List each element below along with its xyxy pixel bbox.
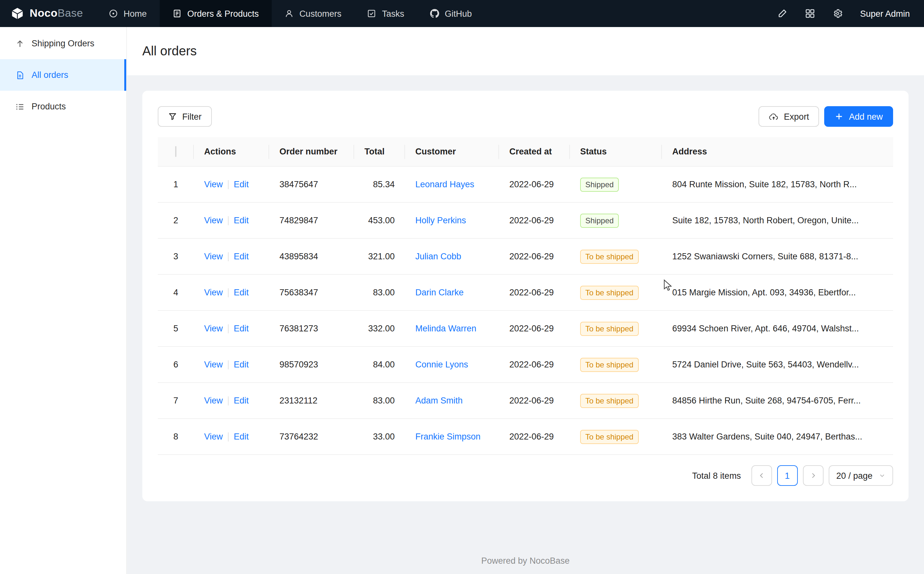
next-page-button[interactable] [802, 465, 823, 486]
page-size-select[interactable]: 20 / page [828, 465, 893, 486]
address-cell: 383 Walter Gardens, Suite 040, 24947, Be… [662, 419, 893, 455]
orders-card: Filter Export [142, 91, 908, 501]
col-header-order-number: Order number [269, 137, 354, 167]
status-cell: Shipped [570, 167, 662, 203]
row-actions: ViewEdit [194, 275, 269, 311]
customer-link[interactable]: Darin Clarke [415, 288, 464, 297]
prev-page-button[interactable] [751, 465, 772, 486]
customer-link[interactable]: Adam Smith [415, 396, 463, 405]
address-cell: 5724 Daniel Drive, Suite 563, 54403, Wen… [662, 347, 893, 383]
navbar-actions: Super Admin [777, 0, 924, 27]
view-link[interactable]: View [204, 360, 223, 369]
order-number-cell: 23132112 [269, 383, 354, 419]
current-user[interactable]: Super Admin [860, 9, 910, 18]
view-link[interactable]: View [204, 180, 223, 189]
status-cell: Shipped [570, 203, 662, 239]
status-cell: To be shipped [570, 383, 662, 419]
edit-link[interactable]: Edit [234, 360, 249, 369]
table-row: 7ViewEdit2313211283.00Adam Smith2022-06-… [158, 383, 893, 419]
gear-icon[interactable] [832, 8, 843, 19]
actions-divider [228, 324, 229, 333]
address-cell: Suite 182, 15783, North Robert, Oregon, … [662, 203, 893, 239]
address-cell: 84856 Hirthe Run, Suite 268, 94754-6705,… [662, 383, 893, 419]
filter-button[interactable]: Filter [158, 106, 212, 127]
nav-item-home[interactable]: Home [96, 0, 160, 27]
add-new-button[interactable]: Add new [824, 106, 893, 127]
row-index: 2 [158, 203, 194, 239]
ui-editor-highlighter-icon[interactable] [777, 8, 787, 19]
status-badge: Shipped [580, 177, 619, 191]
github-icon [430, 9, 439, 18]
view-link[interactable]: View [204, 252, 223, 261]
customer-link[interactable]: Julian Cobb [415, 252, 461, 261]
row-actions: ViewEdit [194, 419, 269, 455]
row-actions: ViewEdit [194, 383, 269, 419]
edit-link[interactable]: Edit [234, 324, 249, 333]
customer-link[interactable]: Leonard Hayes [415, 180, 474, 189]
view-link[interactable]: View [204, 216, 223, 225]
edit-link[interactable]: Edit [234, 288, 249, 297]
order-number-cell: 76381273 [269, 311, 354, 347]
col-header-total: Total [354, 137, 405, 167]
customer-link[interactable]: Melinda Warren [415, 324, 477, 333]
actions-divider [228, 180, 229, 189]
sidebar-item-shipping-orders[interactable]: Shipping Orders [0, 28, 126, 59]
row-index: 4 [158, 275, 194, 311]
status-badge: To be shipped [580, 285, 638, 300]
table-row: 8ViewEdit7376423233.00Frankie Simpson202… [158, 419, 893, 455]
view-link[interactable]: View [204, 324, 223, 333]
order-number-cell: 75638347 [269, 275, 354, 311]
actions-divider [228, 360, 229, 369]
actions-divider [228, 288, 229, 297]
customer-link[interactable]: Holly Perkins [415, 216, 466, 225]
nav-item-label: Orders & Products [187, 9, 259, 18]
created-at-cell: 2022-06-29 [499, 239, 570, 275]
row-index: 6 [158, 347, 194, 383]
filter-icon [168, 112, 177, 121]
brand-logo[interactable]: NocoBase [0, 0, 96, 27]
nav-item-customers[interactable]: Customers [272, 0, 354, 27]
view-link[interactable]: View [204, 396, 223, 405]
layout-grid-icon[interactable] [804, 8, 815, 19]
order-number-cell: 98570923 [269, 347, 354, 383]
customer-link[interactable]: Connie Lyons [415, 360, 468, 369]
status-cell: To be shipped [570, 347, 662, 383]
status-cell: To be shipped [570, 311, 662, 347]
total-cell: 83.00 [354, 383, 405, 419]
created-at-cell: 2022-06-29 [499, 419, 570, 455]
export-button[interactable]: Export [759, 106, 819, 127]
view-link[interactable]: View [204, 432, 223, 442]
edit-link[interactable]: Edit [234, 396, 249, 405]
edit-link[interactable]: Edit [234, 252, 249, 261]
nav-item-tasks[interactable]: Tasks [354, 0, 417, 27]
view-link[interactable]: View [204, 288, 223, 297]
edit-link[interactable]: Edit [234, 432, 249, 442]
nocobase-logo-icon [10, 6, 24, 20]
col-header-actions: Actions [194, 137, 269, 167]
sidebar-item-products[interactable]: Products [0, 91, 126, 122]
col-header-created-at: Created at [499, 137, 570, 167]
address-cell: 015 Margie Mission, Apt. 093, 34936, Ebe… [662, 275, 893, 311]
sidebar-item-all-orders[interactable]: All orders [0, 59, 126, 91]
order-number-cell: 74829847 [269, 203, 354, 239]
customer-cell: Darin Clarke [405, 275, 499, 311]
select-all-checkbox[interactable] [175, 146, 177, 157]
nav-item-github[interactable]: GitHub [417, 0, 485, 27]
edit-link[interactable]: Edit [234, 216, 249, 225]
row-actions: ViewEdit [194, 347, 269, 383]
col-header-customer: Customer [405, 137, 499, 167]
customer-cell: Melinda Warren [405, 311, 499, 347]
page-number-button[interactable]: 1 [777, 465, 798, 486]
table-row: 1ViewEdit3847564785.34Leonard Hayes2022-… [158, 167, 893, 203]
status-cell: To be shipped [570, 239, 662, 275]
row-index: 1 [158, 167, 194, 203]
row-actions: ViewEdit [194, 239, 269, 275]
edit-link[interactable]: Edit [234, 180, 249, 189]
status-badge: To be shipped [580, 322, 638, 336]
nav-item-orders-products[interactable]: Orders & Products [160, 0, 272, 27]
status-badge: To be shipped [580, 394, 638, 408]
total-cell: 332.00 [354, 311, 405, 347]
order-number-cell: 73764232 [269, 419, 354, 455]
plus-icon [835, 112, 844, 121]
customer-link[interactable]: Frankie Simpson [415, 432, 481, 442]
